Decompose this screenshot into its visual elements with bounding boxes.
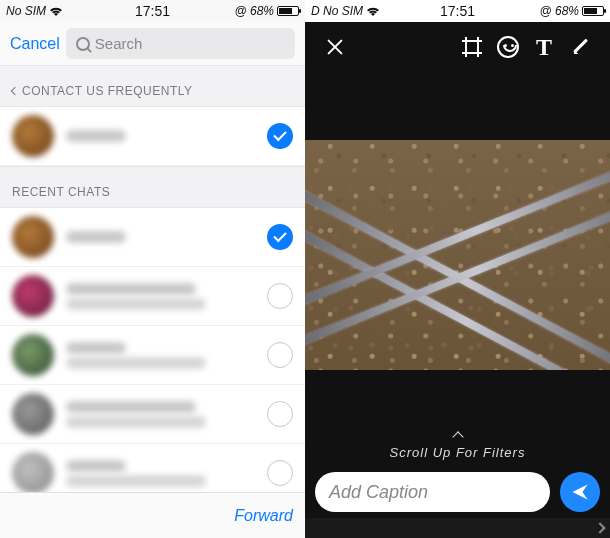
caption-placeholder: Add Caption xyxy=(329,482,428,503)
select-checkbox[interactable] xyxy=(267,401,293,427)
avatar xyxy=(12,393,54,435)
select-checkbox[interactable] xyxy=(267,342,293,368)
section-frequent-label: CONTACT US FREQUENTLY xyxy=(22,84,193,98)
send-button[interactable] xyxy=(560,472,600,512)
chat-row[interactable] xyxy=(0,385,305,444)
status-bar-right: D No SIM 17:51 @ 68% xyxy=(305,0,610,22)
text-icon: T xyxy=(536,34,552,61)
wifi-icon xyxy=(49,6,63,16)
forward-button[interactable]: Forward xyxy=(234,507,293,525)
sticker-button[interactable] xyxy=(490,29,526,65)
scroll-hint-text: Scroll Up For Filters xyxy=(390,445,526,460)
select-checkbox[interactable] xyxy=(267,283,293,309)
chat-row[interactable] xyxy=(0,326,305,385)
forward-picker-pane: No SIM 17:51 @ 68% Cancel Search CONTACT… xyxy=(0,0,305,538)
cancel-button[interactable]: Cancel xyxy=(10,35,60,53)
chat-row[interactable] xyxy=(0,208,305,267)
image-editor-pane: D No SIM 17:51 @ 68% T Scroll Up For Fil… xyxy=(305,0,610,538)
close-button[interactable] xyxy=(317,29,353,65)
chat-text-blurred xyxy=(66,457,267,490)
pencil-icon xyxy=(570,37,590,57)
avatar xyxy=(12,216,54,258)
search-input[interactable]: Search xyxy=(66,28,295,59)
battery-text: @ 68% xyxy=(234,4,274,18)
search-icon xyxy=(76,37,90,51)
battery-icon xyxy=(277,6,299,16)
chat-text-blurred xyxy=(66,228,267,246)
caption-row: Add Caption xyxy=(315,472,600,512)
chevron-right-icon[interactable] xyxy=(594,522,605,533)
chat-row[interactable] xyxy=(0,267,305,326)
chat-text-blurred xyxy=(66,339,267,372)
carrier-text: No SIM xyxy=(6,4,46,18)
wifi-icon xyxy=(366,6,380,16)
emoji-icon xyxy=(497,36,519,58)
contact-name-blurred xyxy=(66,127,267,145)
carrier-text: D No SIM xyxy=(311,4,363,18)
section-frequent: CONTACT US FREQUENTLY xyxy=(0,65,305,107)
time-text: 17:51 xyxy=(440,3,475,19)
chat-text-blurred xyxy=(66,280,267,313)
time-text: 17:51 xyxy=(135,3,170,19)
battery-text: @ 68% xyxy=(539,4,579,18)
close-icon xyxy=(325,37,345,57)
avatar xyxy=(12,115,54,157)
avatar xyxy=(12,334,54,376)
search-row: Cancel Search xyxy=(0,22,305,65)
section-recent-label: RECENT CHATS xyxy=(12,185,110,199)
avatar xyxy=(12,275,54,317)
scroll-hint: Scroll Up For Filters xyxy=(305,433,610,460)
crop-button[interactable] xyxy=(454,29,490,65)
chat-text-blurred xyxy=(66,398,267,431)
status-bar-left: No SIM 17:51 @ 68% xyxy=(0,0,305,22)
contact-row[interactable] xyxy=(0,107,305,166)
send-icon xyxy=(570,482,590,502)
search-placeholder: Search xyxy=(95,35,143,52)
text-button[interactable]: T xyxy=(526,29,562,65)
section-recent: RECENT CHATS xyxy=(0,166,305,208)
draw-button[interactable] xyxy=(562,29,598,65)
crop-icon xyxy=(462,37,482,57)
editor-toolbar: T xyxy=(305,22,610,72)
select-checkbox[interactable] xyxy=(267,224,293,250)
select-checkbox[interactable] xyxy=(267,460,293,486)
bottom-strip xyxy=(305,518,610,538)
battery-icon xyxy=(582,6,604,16)
forward-bar: Forward xyxy=(0,492,305,538)
chevron-left-icon xyxy=(11,87,19,95)
select-checkbox[interactable] xyxy=(267,123,293,149)
avatar xyxy=(12,452,54,494)
caption-input[interactable]: Add Caption xyxy=(315,472,550,512)
chevron-up-icon xyxy=(452,431,463,442)
photo-preview[interactable] xyxy=(305,140,610,370)
